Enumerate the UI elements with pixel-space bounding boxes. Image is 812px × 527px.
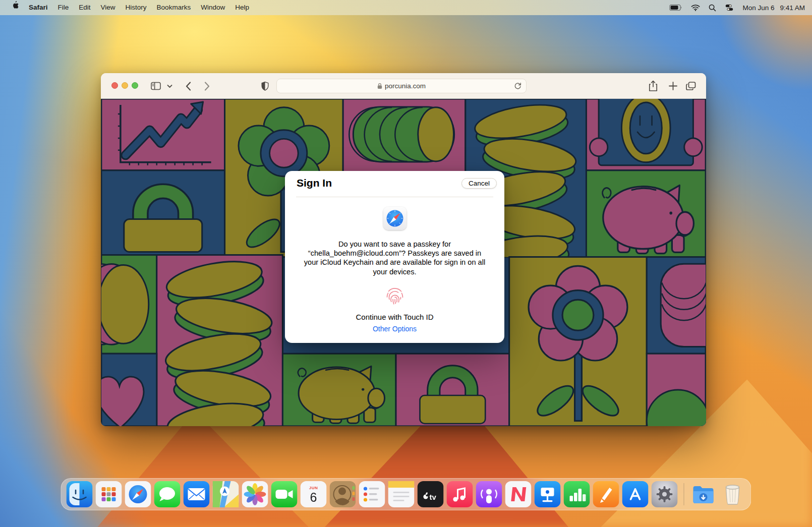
back-button[interactable] [183, 73, 194, 99]
battery-icon[interactable] [669, 4, 682, 11]
tile-green-circle [647, 354, 706, 426]
url-text: porcunia.com [385, 82, 426, 90]
facetime-icon[interactable] [271, 481, 298, 507]
mail-icon[interactable] [184, 481, 210, 507]
safari-toolbar: porcunia.com [101, 73, 706, 99]
reminders-icon[interactable] [359, 481, 385, 507]
privacy-shield-icon[interactable] [258, 73, 271, 99]
dialog-title: Sign In [297, 177, 332, 189]
safari-icon[interactable] [125, 481, 151, 507]
address-bar[interactable]: porcunia.com [276, 79, 527, 93]
menu-label: Bookmarks [157, 4, 191, 11]
tile-coins-endview [101, 255, 157, 354]
menu-bar: Safari File Edit View History Bookmarks … [0, 0, 812, 15]
tile-chart [101, 99, 225, 170]
podcasts-icon[interactable] [476, 481, 502, 507]
other-options-link[interactable]: Other Options [285, 325, 504, 333]
svg-text:JUN: JUN [309, 486, 318, 490]
menu-label: Window [201, 4, 225, 11]
tile-banknote-smiley [586, 99, 706, 170]
numbers-icon[interactable] [564, 481, 590, 507]
wifi-icon[interactable] [691, 4, 700, 11]
menu-label: Safari [29, 4, 48, 11]
apple-menu[interactable] [6, 0, 24, 15]
menu-label: Help [235, 4, 249, 11]
svg-text:tv: tv [430, 493, 437, 501]
menu-date[interactable]: Mon Jun 6 [742, 4, 774, 12]
app-store-icon[interactable] [622, 481, 649, 507]
touch-id-fingerprint-icon [383, 285, 407, 308]
new-tab-button[interactable] [666, 73, 679, 99]
keynote-icon[interactable] [535, 481, 561, 507]
tile-pig-plum [586, 170, 706, 257]
pages-icon[interactable] [593, 481, 619, 507]
tile-coin-roll-right [647, 257, 706, 354]
apple-logo-icon [11, 1, 19, 10]
reload-icon[interactable] [513, 82, 522, 92]
desktop: Safari File Edit View History Bookmarks … [0, 0, 812, 527]
downloads-folder-icon[interactable] [690, 481, 717, 507]
tile-coin-spring-plum [157, 255, 283, 426]
trash-icon[interactable] [720, 481, 746, 507]
menu-item-view[interactable]: View [96, 0, 121, 15]
news-icon[interactable] [505, 481, 532, 507]
launchpad-icon[interactable] [96, 481, 122, 507]
menu-item-bookmarks[interactable]: Bookmarks [152, 0, 196, 15]
menu-label: File [58, 4, 69, 11]
music-icon[interactable] [447, 481, 473, 507]
tile-padlock-plum [396, 354, 509, 426]
menu-item-edit[interactable]: Edit [74, 0, 95, 15]
finder-icon[interactable] [67, 481, 93, 507]
tile-padlock-navy [101, 170, 225, 255]
menu-item-safari[interactable]: Safari [24, 0, 53, 15]
dock-divider [684, 483, 684, 505]
menu-item-window[interactable]: Window [196, 0, 230, 15]
share-button[interactable] [647, 73, 660, 99]
apple-tv-icon[interactable]: tv [418, 481, 444, 507]
dialog-body-text: Do you want to save a passkey for “chell… [301, 240, 489, 276]
lock-icon [377, 83, 382, 89]
sidebar-chevron-down-icon[interactable] [165, 73, 173, 99]
svg-text:6: 6 [310, 490, 317, 504]
zoom-window-button[interactable] [132, 82, 138, 89]
control-center-icon[interactable] [725, 4, 734, 11]
menu-label: Edit [79, 4, 90, 11]
spotlight-search-icon[interactable] [709, 4, 716, 12]
close-window-button[interactable] [111, 82, 118, 89]
menu-time[interactable]: 9:41 AM [780, 4, 805, 12]
dock: JUN6 tv [61, 478, 751, 510]
menu-item-file[interactable]: File [53, 0, 74, 15]
dialog-divider [296, 197, 493, 197]
tile-flower-plum [509, 257, 647, 426]
minimize-window-button[interactable] [122, 82, 128, 89]
menu-label: View [101, 4, 115, 11]
forward-button[interactable] [201, 73, 212, 99]
sidebar-toggle-button[interactable] [149, 73, 162, 99]
tab-overview-button[interactable] [684, 73, 698, 99]
safari-app-icon [383, 207, 407, 230]
maps-icon[interactable] [213, 481, 239, 507]
photos-icon[interactable] [242, 481, 268, 507]
system-settings-icon[interactable] [652, 481, 678, 507]
menu-label: History [126, 4, 147, 11]
passkey-dialog: Sign In Cancel Do you want to save a pas… [285, 171, 504, 343]
calendar-icon[interactable]: JUN6 [301, 481, 327, 507]
cancel-button[interactable]: Cancel [461, 178, 497, 189]
menu-item-history[interactable]: History [121, 0, 152, 15]
notes-icon[interactable] [388, 481, 415, 507]
continue-touch-id-label: Continue with Touch ID [285, 313, 504, 321]
menu-item-help[interactable]: Help [230, 0, 254, 15]
messages-icon[interactable] [154, 481, 181, 507]
tile-coin-roll [343, 99, 466, 174]
tile-heart [101, 354, 157, 426]
contacts-icon[interactable] [330, 481, 356, 507]
tile-pig-olive [282, 354, 396, 426]
